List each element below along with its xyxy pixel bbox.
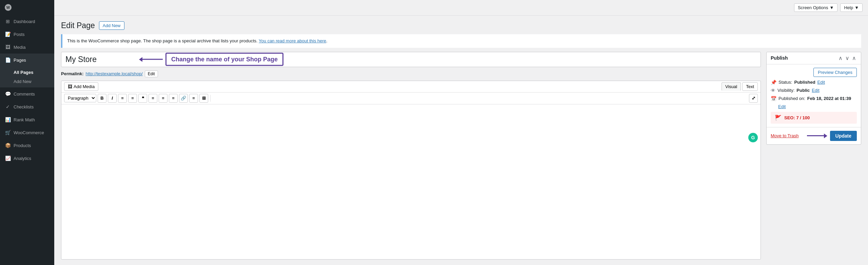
visibility-edit-link[interactable]: Edit [812,88,819,93]
sidebar-item-label: Dashboard [14,19,35,24]
status-edit-link[interactable]: Edit [817,80,825,85]
ordered-list-button[interactable]: ≡ [128,94,137,103]
main-area: Screen Options ▼ Help ▼ Edit Page Add Ne… [54,0,868,265]
pages-icon: 📄 [5,57,11,63]
dashboard-icon: ⊞ [5,18,11,24]
visibility-row: 👁 Visibility: Public Edit [771,88,857,93]
all-pages-label: All Pages [14,70,34,75]
status-row: 📌 Status: Published Edit [771,80,857,85]
sidebar-item-label: Pages [14,58,26,63]
bold-button[interactable]: B [98,94,106,103]
visibility-label: Visibility: [777,88,794,93]
arrow-right-head-icon [824,134,827,138]
editor-toolbar: Paragraph B I ≡ ≡ ❝ ≡ ≡ ≡ 🔗 ≡ ⊞ [61,93,761,104]
link-button[interactable]: 🔗 [179,94,188,103]
status-label: Status: [778,80,792,85]
sidebar-item-comments[interactable]: 💬 Comments [0,87,54,100]
collapse-down-button[interactable]: ∨ [845,55,850,61]
title-section: My Store Change the name of your Shop Pa… [61,52,761,67]
page-title-input[interactable]: My Store [61,52,761,67]
meta-box-controls: ∧ ∨ ∧ [838,55,857,61]
rank-math-icon: 📊 [5,117,11,123]
pages-submenu: All Pages Add New [0,66,54,87]
italic-button[interactable]: I [108,94,117,103]
published-on-edit-link[interactable]: Edit [778,104,857,109]
sidebar-item-pages[interactable]: 📄 Pages [0,54,54,66]
sidebar-item-products[interactable]: 📦 Products [0,139,54,152]
page-title: Edit Page [61,21,95,30]
align-right-button[interactable]: ≡ [169,94,178,103]
fullscreen-button[interactable]: ⤢ [749,94,758,103]
sidebar-sub-add-new[interactable]: Add New [0,77,54,86]
seo-icon: 🚩 [775,115,782,121]
collapse-up-button[interactable]: ∧ [838,55,843,61]
add-media-button[interactable]: 🖼 Add Media [64,82,98,91]
insert-more-button[interactable]: ≡ [189,94,198,103]
page-header: Edit Page Add New [61,21,861,30]
published-on-label: Published on: [778,96,805,101]
move-to-trash-link[interactable]: Move to Trash [771,133,798,138]
screen-options-button[interactable]: Screen Options ▼ [794,3,837,12]
publish-meta-box: Publish ∧ ∨ ∧ Preview Changes 📌 Status: [766,52,861,145]
sidebar-item-dashboard[interactable]: ⊞ Dashboard [0,15,54,28]
permalink-edit-button[interactable]: Edit [145,70,158,77]
sidebar-item-woocommerce[interactable]: 🛒 WooCommerce [0,126,54,139]
sidebar-sub-all-pages[interactable]: All Pages [0,68,54,77]
publish-meta-box-header: Publish ∧ ∨ ∧ [767,52,861,64]
sidebar-item-media[interactable]: 🖼 Media [0,41,54,54]
align-left-button[interactable]: ≡ [149,94,157,103]
permalink-label: Permalink: [61,71,83,76]
calendar-icon: 📅 [771,96,776,101]
published-on-row: 📅 Published on: Feb 18, 2022 at 01:39 [771,96,857,101]
status-value: Published [794,80,815,85]
add-media-label: Add Media [74,84,95,89]
notice-link[interactable]: You can read more about this here [259,38,326,43]
tab-text[interactable]: Text [742,82,758,91]
editor-area: My Store Change the name of your Shop Pa… [61,52,861,260]
align-center-button[interactable]: ≡ [159,94,167,103]
sidebar-item-label: Checklists [14,104,34,109]
preview-changes-button[interactable]: Preview Changes [813,68,857,77]
help-chevron-icon: ▼ [854,5,859,10]
table-button[interactable]: ⊞ [199,94,208,103]
help-label: Help [844,5,853,10]
grammarly-icon: G [748,133,758,142]
update-button[interactable]: Update [830,131,857,141]
published-on-value: Feb 18, 2022 at 01:39 [807,96,851,101]
sidebar-item-label: Comments [14,91,35,97]
publish-title: Publish [771,55,788,61]
paragraph-select[interactable]: Paragraph [64,94,96,102]
minimize-button[interactable]: ∧ [851,55,857,61]
editor-content-area[interactable]: G [61,104,761,145]
info-notice: This is the WooCommerce shop page. The s… [61,34,861,48]
tab-visual[interactable]: Visual [722,82,741,91]
published-on-edit-row: Edit [771,104,857,109]
sidebar-item-rank-math[interactable]: 📊 Rank Math [0,113,54,126]
sidebar-item-checklists[interactable]: ✓ Checklists [0,100,54,113]
sidebar: W ⊞ Dashboard 📝 Posts 🖼 Media 📄 Pages Al… [0,0,54,265]
update-btn-wrapper: Update [807,131,857,141]
editor-main: My Store Change the name of your Shop Pa… [61,52,761,260]
sidebar-item-label: Posts [14,32,25,37]
help-button[interactable]: Help ▼ [840,3,863,12]
content-area: Edit Page Add New This is the WooCommerc… [54,16,868,265]
permalink-row: Permalink: http://testexample.local/shop… [61,70,761,77]
publish-panel: Publish ∧ ∨ ∧ Preview Changes 📌 Status: [766,52,861,260]
sidebar-item-posts[interactable]: 📝 Posts [0,28,54,41]
status-icon: 📌 [771,80,776,85]
add-new-button[interactable]: Add New [99,21,124,30]
comments-icon: 💬 [5,91,11,97]
sidebar-item-label: Media [14,45,25,50]
arrow-right-body [807,135,824,136]
blockquote-button[interactable]: ❝ [138,94,147,103]
screen-options-chevron-icon: ▼ [830,5,834,10]
permalink-link[interactable]: http://testexample.local/shop/ [85,71,142,76]
checklists-icon: ✓ [5,104,11,110]
unordered-list-button[interactable]: ≡ [118,94,127,103]
editor-tabs-row: 🖼 Add Media Visual Text [61,81,761,93]
editor-tab-buttons: Visual Text [722,82,758,91]
screen-options-label: Screen Options [798,5,828,10]
sidebar-item-analytics[interactable]: 📈 Analytics [0,152,54,165]
sidebar-item-label: Products [14,143,31,148]
woocommerce-icon: 🛒 [5,129,11,136]
